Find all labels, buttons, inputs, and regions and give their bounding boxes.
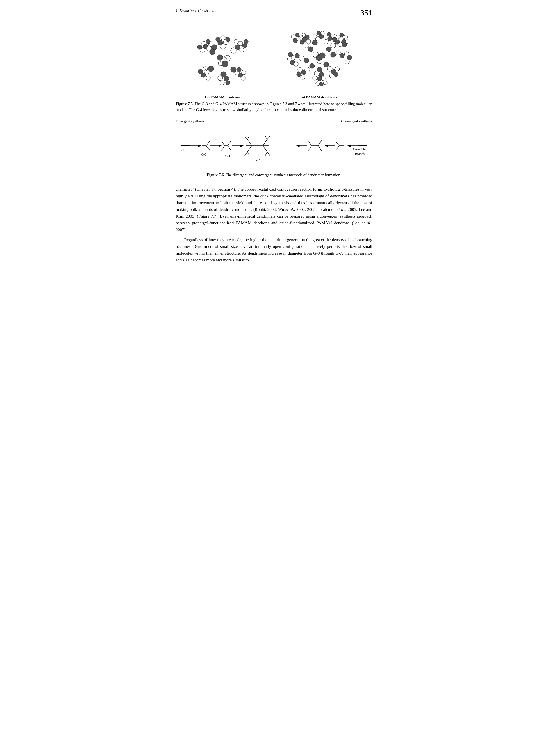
svg-point-111 bbox=[328, 36, 332, 41]
svg-point-48 bbox=[308, 47, 313, 52]
svg-point-13 bbox=[212, 45, 217, 50]
svg-text:Core: Core bbox=[181, 148, 188, 152]
svg-point-113 bbox=[327, 32, 331, 36]
svg-line-124 bbox=[221, 141, 224, 146]
svg-line-135 bbox=[247, 152, 249, 156]
figure-76-label: Figure 7.6 bbox=[207, 173, 223, 177]
synthesis-top-labels: Divergent synthesis Convergent synthesis bbox=[176, 119, 373, 124]
svg-text:G-1: G-1 bbox=[225, 154, 230, 158]
svg-point-34 bbox=[218, 76, 223, 81]
svg-point-67 bbox=[331, 43, 336, 48]
svg-point-80 bbox=[340, 53, 344, 58]
section-title: 1. Dendrimer Construction bbox=[176, 8, 218, 13]
svg-point-101 bbox=[301, 75, 305, 79]
svg-point-64 bbox=[317, 31, 321, 35]
svg-point-115 bbox=[320, 82, 323, 86]
svg-point-88 bbox=[334, 72, 338, 77]
svg-point-92 bbox=[319, 72, 324, 77]
svg-point-32 bbox=[241, 76, 245, 80]
svg-line-139 bbox=[263, 146, 267, 152]
svg-point-16 bbox=[238, 41, 243, 46]
body-text: chemistry" (Chapter 17, Section 4). The … bbox=[176, 186, 373, 263]
g3-label: G3 PAMAM dendrimer bbox=[205, 95, 242, 99]
paragraph-2: Regardless of how they are made, the hig… bbox=[176, 236, 373, 263]
svg-point-58 bbox=[305, 35, 309, 39]
svg-point-87 bbox=[335, 67, 340, 71]
synthesis-svg: Core G-0 G-1 G-2 Assembled Branch bbox=[176, 125, 373, 170]
svg-line-149 bbox=[318, 140, 322, 146]
svg-line-133 bbox=[247, 146, 252, 152]
svg-line-146 bbox=[336, 146, 339, 150]
figure-76-caption: Figure 7.6 The divergent and convergent … bbox=[207, 173, 341, 177]
figure-75-caption: Figure 7.5 The G-3 and G-4 PAMAM structu… bbox=[176, 101, 373, 113]
svg-line-140 bbox=[267, 152, 270, 156]
svg-line-134 bbox=[244, 152, 247, 156]
svg-text:Branch: Branch bbox=[355, 152, 365, 156]
svg-point-89 bbox=[330, 74, 334, 78]
g4-dendrimer-block: G4 PAMAM dendrimer bbox=[274, 22, 364, 99]
svg-point-96 bbox=[310, 63, 315, 68]
svg-point-37 bbox=[225, 81, 230, 85]
svg-point-93 bbox=[313, 76, 317, 80]
svg-point-22 bbox=[204, 69, 209, 74]
svg-point-42 bbox=[221, 36, 225, 40]
svg-line-151 bbox=[308, 140, 312, 146]
paragraph-1: chemistry" (Chapter 17, Section 4). The … bbox=[176, 186, 373, 233]
svg-line-125 bbox=[221, 146, 224, 151]
svg-point-114 bbox=[316, 82, 320, 86]
divergent-label: Divergent synthesis bbox=[176, 119, 205, 124]
svg-point-84 bbox=[324, 62, 329, 67]
svg-point-75 bbox=[338, 42, 343, 47]
svg-point-23 bbox=[201, 73, 205, 77]
svg-point-109 bbox=[294, 62, 298, 66]
svg-point-9 bbox=[197, 45, 202, 49]
svg-point-27 bbox=[230, 67, 236, 72]
svg-point-57 bbox=[302, 33, 306, 37]
svg-point-11 bbox=[206, 39, 210, 44]
svg-text:Assembled: Assembled bbox=[352, 147, 367, 151]
svg-point-110 bbox=[324, 39, 328, 44]
svg-line-126 bbox=[228, 141, 231, 146]
svg-point-91 bbox=[314, 71, 320, 76]
svg-point-79 bbox=[336, 51, 341, 55]
svg-line-127 bbox=[228, 146, 231, 151]
svg-line-150 bbox=[318, 146, 322, 151]
svg-point-63 bbox=[313, 35, 317, 38]
svg-line-131 bbox=[244, 136, 247, 140]
svg-point-103 bbox=[299, 56, 304, 61]
svg-point-36 bbox=[220, 81, 224, 85]
svg-point-98 bbox=[302, 70, 306, 75]
figure-75-images: .ball { fill: none; stroke: #333; stroke… bbox=[176, 22, 373, 99]
figure-76-caption-text: The divergent and convergent synthesis m… bbox=[225, 173, 341, 177]
svg-line-137 bbox=[267, 136, 270, 140]
svg-point-100 bbox=[297, 72, 301, 77]
figure-75-caption-text: The G-3 and G-4 PAMAM structures shown i… bbox=[176, 102, 372, 112]
svg-point-43 bbox=[225, 37, 230, 42]
svg-point-66 bbox=[327, 47, 332, 52]
svg-point-78 bbox=[331, 52, 336, 57]
synthesis-diagram: Core G-0 G-1 G-2 Assembled Branch bbox=[176, 125, 373, 171]
g4-label: G4 PAMAM dendrimer bbox=[300, 95, 338, 99]
svg-point-99 bbox=[298, 67, 302, 72]
svg-point-102 bbox=[304, 58, 309, 63]
svg-point-116 bbox=[323, 81, 327, 85]
svg-line-121 bbox=[206, 146, 209, 150]
svg-point-112 bbox=[331, 34, 335, 38]
svg-point-83 bbox=[345, 60, 350, 64]
svg-point-106 bbox=[288, 52, 293, 57]
svg-text:G-2: G-2 bbox=[254, 158, 260, 162]
svg-point-52 bbox=[293, 38, 298, 43]
svg-line-138 bbox=[265, 136, 267, 140]
svg-point-31 bbox=[237, 67, 241, 72]
svg-line-120 bbox=[206, 141, 209, 146]
svg-point-35 bbox=[224, 76, 229, 81]
svg-line-132 bbox=[247, 136, 249, 140]
svg-point-26 bbox=[206, 76, 210, 80]
svg-point-41 bbox=[216, 37, 220, 42]
convergent-label: Convergent synthesis bbox=[341, 119, 372, 124]
svg-point-81 bbox=[344, 52, 349, 56]
svg-point-71 bbox=[344, 35, 348, 39]
svg-point-59 bbox=[306, 39, 311, 44]
svg-point-30 bbox=[241, 70, 246, 75]
g3-dendrimer-block: .ball { fill: none; stroke: #333; stroke… bbox=[184, 28, 263, 99]
